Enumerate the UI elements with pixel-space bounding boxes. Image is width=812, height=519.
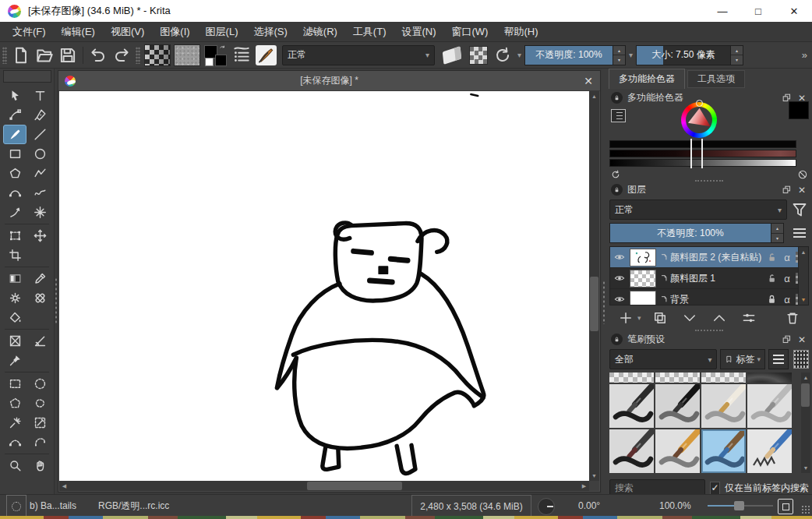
maximize-button[interactable]: □: [740, 0, 776, 22]
brush-preset-airbrush-dark[interactable]: [747, 372, 792, 383]
tool-measure[interactable]: [28, 331, 51, 351]
chevron-down-icon[interactable]: ▾: [514, 51, 524, 59]
opacity-spinner[interactable]: ▴ ▾: [613, 45, 626, 65]
scroll-up-icon[interactable]: ▲: [799, 247, 808, 257]
size-spinner[interactable]: ▴ ▾: [731, 45, 743, 65]
color-history-icon[interactable]: [611, 109, 626, 122]
brush-preset-paintbrush-orange[interactable]: [655, 429, 700, 473]
spin-down-icon[interactable]: ▾: [731, 55, 743, 65]
scroll-down-icon[interactable]: ▼: [589, 471, 599, 481]
layer-name[interactable]: 颜料图层 1: [670, 272, 763, 285]
background-color[interactable]: [215, 55, 227, 66]
layer-name[interactable]: 背景: [670, 293, 763, 306]
spin-down-icon[interactable]: ▾: [771, 233, 783, 243]
layer-row[interactable]: 背景α: [610, 289, 808, 305]
layer-visibility-icon[interactable]: [612, 272, 627, 284]
tool-freehand-select[interactable]: [28, 394, 51, 413]
saturation-bar[interactable]: [609, 150, 796, 157]
swap-colors-icon[interactable]: [219, 44, 228, 53]
tool-bezier-select[interactable]: [3, 432, 26, 452]
float-docker-icon[interactable]: [782, 334, 792, 344]
tool-calligraphy[interactable]: [28, 105, 51, 125]
tool-transform-select[interactable]: [3, 86, 26, 105]
chevron-down-icon[interactable]: ▾: [626, 51, 636, 59]
layer-lock-open-icon[interactable]: [765, 251, 778, 263]
brush-option-list-button[interactable]: [231, 45, 252, 65]
layer-name[interactable]: 颜料图层 2 (来自粘贴): [670, 251, 763, 264]
save-button[interactable]: [58, 45, 78, 65]
selection-display-mode-button[interactable]: [6, 495, 26, 518]
layer-thumbnail[interactable]: [630, 291, 656, 306]
clear-color-icon[interactable]: [797, 169, 808, 180]
tool-gradient-tool[interactable]: [3, 269, 26, 288]
pattern-chooser[interactable]: [174, 44, 200, 66]
tool-freehand-path[interactable]: [28, 183, 51, 203]
hue-bar[interactable]: [609, 140, 796, 148]
alpha-inherit-icon[interactable]: α: [781, 294, 793, 305]
brush-tag-filter-select[interactable]: 全部 ▾: [609, 349, 717, 369]
brush-preset-paintbrush-dark[interactable]: [609, 429, 654, 473]
tool-color-sampler[interactable]: [28, 269, 51, 288]
tool-ellipse[interactable]: [28, 144, 51, 164]
reset-colors[interactable]: [205, 58, 214, 66]
layer-opacity-spinner[interactable]: ▴ ▾: [771, 223, 784, 243]
color-wheel[interactable]: [681, 102, 717, 138]
blend-mode-select[interactable]: 正常 ▾: [282, 45, 435, 65]
presets-view-button[interactable]: [793, 350, 809, 369]
add-layer-button[interactable]: [614, 309, 637, 327]
preserve-alpha-button[interactable]: [469, 46, 488, 65]
zoom-slider[interactable]: [708, 505, 773, 507]
brush-preset-eraser-checker[interactable]: [701, 372, 746, 383]
tool-fill[interactable]: [3, 308, 26, 327]
layer-visibility-icon[interactable]: [612, 251, 627, 263]
fg-bg-color-widget[interactable]: [204, 44, 228, 66]
menu-s[interactable]: 选择(S): [245, 22, 295, 42]
undo-button[interactable]: [88, 45, 108, 65]
sync-color-icon[interactable]: [610, 169, 621, 180]
menu-f[interactable]: 文件(F): [5, 22, 54, 42]
redo-button[interactable]: [111, 45, 132, 65]
color-component-bars[interactable]: [609, 140, 796, 168]
layer-options-menu-icon[interactable]: [790, 224, 809, 242]
move-layer-up-button[interactable]: [708, 309, 731, 327]
docker-lock-icon[interactable]: [611, 334, 623, 345]
canvas-rotation-knob[interactable]: [538, 498, 555, 515]
brush-preset-pen-silver[interactable]: [747, 384, 792, 428]
scroll-right-icon[interactable]: ▶: [579, 481, 589, 491]
resize-grip[interactable]: [801, 505, 810, 514]
scroll-up-icon[interactable]: ▲: [801, 372, 810, 383]
tool-text[interactable]: [28, 86, 51, 105]
docker-lock-icon[interactable]: [611, 184, 623, 196]
menu-r[interactable]: 滤镜(R): [295, 22, 345, 42]
spin-down-icon[interactable]: ▾: [613, 55, 625, 65]
float-docker-icon[interactable]: [782, 185, 792, 195]
tool-pattern-edit[interactable]: [3, 288, 26, 308]
tool-magnetic-select[interactable]: [28, 432, 51, 452]
layer-filter-icon[interactable]: [790, 199, 809, 220]
brush-preset-pen-black[interactable]: [609, 384, 654, 428]
move-layer-down-button[interactable]: [678, 309, 701, 327]
tool-pan[interactable]: [28, 456, 51, 475]
value-bar[interactable]: [609, 159, 796, 167]
tool-similar-color-select[interactable]: [28, 413, 51, 432]
alpha-inherit-icon[interactable]: α: [781, 273, 793, 284]
layer-visibility-icon[interactable]: [612, 293, 627, 305]
toolbox-handle[interactable]: [3, 70, 51, 83]
add-layer-dropdown-icon[interactable]: ▾: [637, 314, 644, 322]
scroll-down-icon[interactable]: ▼: [799, 295, 808, 305]
tool-line[interactable]: [28, 125, 51, 144]
tool-polygon[interactable]: [3, 164, 26, 183]
menu-w[interactable]: 窗口(W): [444, 22, 496, 42]
layer-thumbnail[interactable]: [630, 270, 656, 288]
tool-wand-select[interactable]: [3, 413, 26, 432]
toolbar-overflow-button[interactable]: »: [802, 49, 807, 61]
menu-i[interactable]: 图像(I): [152, 22, 197, 42]
zoom-fit-button[interactable]: [778, 499, 793, 514]
tool-crop[interactable]: [3, 245, 26, 265]
tool-polygon-select[interactable]: [3, 394, 26, 413]
tool-transform-tool[interactable]: [3, 226, 26, 245]
display-mode-menu-icon[interactable]: [768, 349, 789, 369]
layer-properties-button[interactable]: [737, 309, 761, 327]
open-document-button[interactable]: [34, 45, 55, 65]
brush-editor-button[interactable]: [256, 45, 277, 65]
